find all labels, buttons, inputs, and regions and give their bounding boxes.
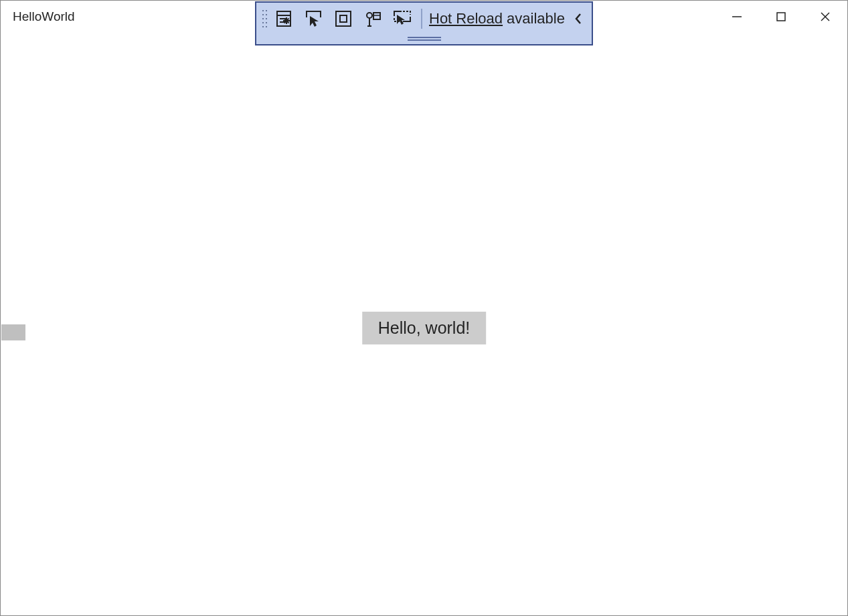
- select-element-icon: [305, 9, 323, 28]
- drag-handle-icon: [406, 36, 442, 41]
- svg-point-5: [266, 10, 267, 11]
- collapse-toolbar-button[interactable]: [569, 9, 588, 28]
- svg-point-10: [262, 22, 264, 23]
- svg-point-13: [266, 26, 267, 27]
- window-title: HelloWorld: [13, 9, 75, 24]
- svg-point-7: [266, 14, 267, 15]
- svg-point-12: [262, 26, 264, 27]
- svg-point-11: [266, 22, 267, 23]
- hot-reload-link[interactable]: Hot Reload: [429, 10, 503, 27]
- svg-point-8: [262, 18, 264, 19]
- svg-point-24: [367, 13, 372, 18]
- close-icon: [820, 11, 831, 22]
- toolbar-grip[interactable]: [260, 7, 270, 31]
- hotpath-icon: [363, 9, 382, 28]
- xaml-debug-toolbar[interactable]: Hot Reload available: [255, 1, 593, 45]
- select-element-button[interactable]: [299, 7, 329, 31]
- layout-adorners-icon: [334, 9, 353, 28]
- minimize-button[interactable]: [715, 1, 759, 33]
- track-focused-element-button[interactable]: [358, 7, 388, 31]
- svg-rect-22: [336, 11, 351, 26]
- svg-point-4: [262, 10, 264, 11]
- svg-point-9: [266, 18, 267, 19]
- go-to-live-visual-tree-button[interactable]: [388, 7, 417, 31]
- minimize-icon: [732, 11, 742, 22]
- go-to-xaml-icon: [392, 9, 412, 28]
- display-layout-adorners-button[interactable]: [329, 7, 358, 31]
- hot-reload-status: Hot Reload available: [426, 10, 568, 27]
- window-controls: [715, 1, 847, 33]
- chevron-left-icon: [574, 12, 583, 25]
- maximize-button[interactable]: [759, 1, 803, 33]
- debug-toolbar-row: Hot Reload available: [256, 3, 592, 35]
- svg-rect-1: [777, 13, 785, 21]
- grip-icon: [262, 9, 268, 29]
- live-visual-tree-button[interactable]: [270, 7, 299, 31]
- hello-world-button[interactable]: Hello, world!: [362, 312, 487, 344]
- live-visual-tree-icon: [275, 9, 294, 28]
- toolbar-separator: [421, 9, 422, 29]
- side-artifact: [1, 324, 25, 340]
- client-area: Hello, world!: [1, 33, 847, 615]
- svg-rect-27: [373, 13, 380, 19]
- svg-point-6: [262, 14, 264, 15]
- svg-rect-23: [340, 15, 347, 22]
- hot-reload-suffix: available: [507, 10, 565, 27]
- toolbar-drag-handle[interactable]: [406, 36, 442, 41]
- app-window: HelloWorld Hello, world!: [0, 0, 848, 616]
- close-button[interactable]: [803, 1, 847, 33]
- maximize-icon: [776, 11, 786, 22]
